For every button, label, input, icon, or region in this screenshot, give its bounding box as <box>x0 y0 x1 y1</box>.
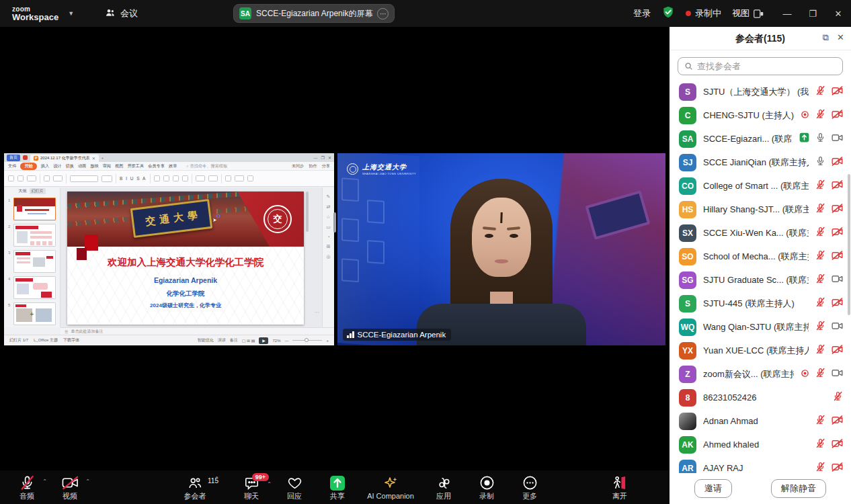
add-slide-button[interactable]: + <box>4 310 60 318</box>
notes-resize-icon[interactable]: ⋯ <box>315 310 319 315</box>
wps-status-item[interactable]: 演讲 <box>218 338 226 342</box>
wps-notes-bar[interactable]: ☰ 单击此处添加备注 <box>60 327 334 335</box>
tab-more-icon[interactable]: ⋯ <box>377 8 389 19</box>
wps-slide-panel[interactable]: 大纲幻灯片 12345 + <box>4 187 60 327</box>
zoom-workspace-logo[interactable]: zoom Workspace <box>12 6 58 22</box>
video-options-chevron[interactable]: ⌃ <box>85 478 90 485</box>
wps-ribbon-tab[interactable]: 开始 <box>20 163 36 170</box>
audio-button[interactable]: 音频 ⌃ <box>5 470 48 504</box>
apps-button[interactable]: 应用 <box>422 470 465 504</box>
wps-ribbon-right-item[interactable]: 分享 <box>322 163 330 169</box>
popout-icon[interactable]: ⧉ <box>823 33 829 42</box>
wps-close[interactable]: ✕ <box>328 155 331 160</box>
wps-ribbon-tab[interactable]: 审阅 <box>103 163 111 169</box>
wps-home-tab[interactable]: 首页 <box>7 155 20 161</box>
wps-command-search[interactable]: ⌕ 查找命令、搜索模板 <box>186 163 227 169</box>
slide-thumbnail[interactable]: 4 <box>13 276 56 299</box>
leave-button[interactable]: 离开 <box>598 470 641 504</box>
video-divider-handle[interactable] <box>333 212 336 233</box>
wps-status-item[interactable]: 备注 <box>230 338 238 342</box>
participant-row[interactable]: S SJTU（上海交通大学） (我) <box>670 80 851 103</box>
wps-ribbon-tab[interactable]: 设计 <box>53 163 61 169</box>
participant-row[interactable]: WQ Wang Qian-SJTU (联席主持人) <box>670 315 851 339</box>
wps-status-item[interactable]: 下载字体 <box>63 338 79 342</box>
minimize-button[interactable]: — <box>774 9 800 19</box>
participant-row[interactable]: Adnan Ahmad <box>670 409 851 433</box>
participant-row[interactable]: CO College of Smart ... (联席主持人) <box>670 174 851 198</box>
wps-ribbon-tab[interactable]: 放映 <box>90 163 98 169</box>
new-tab-icon[interactable]: + <box>102 156 104 160</box>
video-button[interactable]: 视频 ⌃ <box>48 470 91 504</box>
wps-ribbon-tab[interactable]: 开发工具 <box>127 163 144 169</box>
reactions-button[interactable]: 回应 <box>273 470 316 504</box>
close-panel-icon[interactable]: ✕ <box>837 33 844 42</box>
play-from-start-button[interactable]: ▶ <box>259 337 268 344</box>
meetings-button[interactable]: 会议 <box>105 7 138 20</box>
wps-side-tools[interactable]: ✎⇄☆▭◔⊞◎ <box>322 187 334 327</box>
ai-companion-button[interactable]: AI Companion <box>359 470 422 504</box>
login-button[interactable]: 登录 <box>633 7 651 19</box>
participant-row[interactable]: Z zoom新会议... (联席主持人) <box>670 362 851 386</box>
slide-thumbnail[interactable]: 3 <box>13 250 56 273</box>
participant-row[interactable]: SO School of Mecha... (联席主持人) <box>670 245 851 268</box>
wps-status-item[interactable]: 幻灯片 1/7 <box>9 338 28 342</box>
wps-minimize[interactable]: — <box>314 156 318 160</box>
participant-row[interactable]: SJ SCCE JianiQian (联席主持人) <box>670 151 851 174</box>
share-screen-button[interactable]: 共享 <box>316 470 359 504</box>
zoom-slider[interactable] <box>292 340 322 341</box>
wps-document-tab[interactable]: P 2024.12.17 化学新学生代表 ✕ <box>30 155 99 162</box>
wps-sidebar-tab[interactable]: 幻灯片 <box>30 188 46 194</box>
shared-screen-tab[interactable]: SA SCCE-Egiazarian Arpenik的屏幕 ⋯ <box>233 4 395 23</box>
maximize-button[interactable]: ❐ <box>800 9 825 19</box>
participant-row[interactable]: AK Ahmed khaled <box>670 433 851 456</box>
close-button[interactable]: ✕ <box>825 9 851 19</box>
unmute-all-button[interactable]: 解除静音 <box>771 479 826 498</box>
wps-ribbon-tab[interactable]: 切换 <box>66 163 74 169</box>
wps-ribbon-tab[interactable]: 会员专享 <box>148 163 165 169</box>
wps-ribbon-tab[interactable]: 插入 <box>41 163 49 169</box>
wps-ribbon-tab[interactable]: 效率 <box>169 163 177 169</box>
participant-row[interactable]: 8 86231052426 <box>670 386 851 409</box>
search-participants-input[interactable] <box>678 57 843 75</box>
recording-indicator[interactable]: 录制中 <box>686 7 721 19</box>
more-button[interactable]: 更多 <box>508 470 551 504</box>
view-button[interactable]: 视图 <box>732 7 764 19</box>
wps-ribbon-tab[interactable]: 动画 <box>78 163 86 169</box>
wps-status-item[interactable]: 智能优化 <box>198 338 214 342</box>
zoom-in-icon[interactable]: + <box>326 339 329 343</box>
chat-button[interactable]: 聊天 99+ ⌃ <box>230 470 273 504</box>
wps-sidebar-tab[interactable]: 大纲 <box>19 188 27 194</box>
zoom-out-icon[interactable]: — <box>284 339 288 343</box>
record-button[interactable]: 录制 <box>465 470 508 504</box>
participant-row[interactable]: S SJTU-445 (联席主持人) <box>670 292 851 315</box>
wps-maximize[interactable]: ❐ <box>321 155 325 160</box>
wps-ribbon-tab[interactable]: 文件 <box>8 163 16 169</box>
participant-row[interactable]: SA SCCE-Egiazari... (联席主持人) <box>670 127 851 151</box>
invite-button[interactable]: 邀请 <box>694 479 732 498</box>
wps-ribbon-right-item[interactable]: 未同步 <box>292 163 305 169</box>
wps-status-item[interactable]: L_Office 主题 <box>34 338 58 342</box>
participants-button[interactable]: 参会者 115 ⌃ <box>169 470 220 504</box>
wps-slide-canvas[interactable]: 交通大學 交 O ➤ 欢迎加入上海交通大学化学化工学院 Egiazarian A… <box>60 187 322 327</box>
window-controls: — ❐ ✕ <box>774 9 851 19</box>
participant-row[interactable]: AR AJAY RAJ <box>670 456 851 473</box>
audio-options-chevron[interactable]: ⌃ <box>42 478 47 485</box>
webcam-video[interactable]: 上海交通大学 SHANGHAI JIAO TONG UNIVERSITY SCC… <box>337 153 665 345</box>
slide-thumbnail[interactable]: 2 <box>13 224 56 247</box>
participant-row[interactable]: YX Yuan XUE-LCC (联席主持人) <box>670 339 851 362</box>
participants-chevron[interactable]: ⌃ <box>214 476 219 482</box>
chevron-down-icon[interactable]: ▼ <box>68 10 74 17</box>
shield-icon[interactable] <box>661 5 675 22</box>
participant-row[interactable]: C CHENG-SJTU (主持人) <box>670 103 851 127</box>
wps-ribbon-right-item[interactable]: 协作 <box>309 163 317 169</box>
shared-screen-video[interactable]: 首页 P 2024.12.17 化学新学生代表 ✕ + — ❐ ✕ 文件开始插入… <box>4 153 334 345</box>
canvas-scrollbar[interactable] <box>306 192 309 232</box>
wps-ribbon-tab[interactable]: 视图 <box>115 163 123 169</box>
participant-row[interactable]: SX SCCE Xiu-Wen Ka... (联席主持人) <box>670 221 851 245</box>
panel-scrollbar[interactable] <box>848 174 850 315</box>
participant-row[interactable]: SG SJTU Graduate Sc... (联席主持人) <box>670 268 851 292</box>
participant-row[interactable]: HS Hillary Shang-SJT... (联席主持人) <box>670 198 851 221</box>
chat-chevron[interactable]: ⌃ <box>267 481 272 487</box>
close-doc-icon[interactable]: ✕ <box>92 156 95 161</box>
slide-thumbnail[interactable]: 1 <box>13 198 56 220</box>
